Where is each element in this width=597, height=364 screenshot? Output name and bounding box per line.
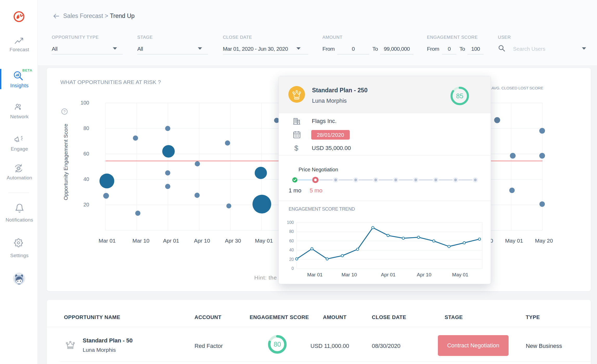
svg-text:80: 80	[274, 341, 281, 348]
svg-text:85: 85	[456, 92, 463, 100]
